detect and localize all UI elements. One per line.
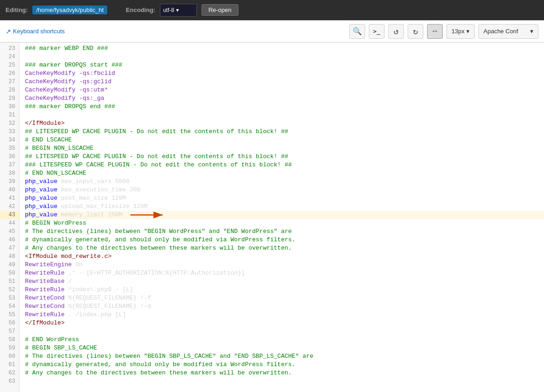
line-number: 29	[0, 94, 19, 103]
code-content: php_value max_input_vars 5000	[25, 178, 129, 186]
line-number: 36	[0, 153, 19, 161]
line-number: 44	[0, 219, 19, 227]
line-number: 49	[0, 261, 19, 269]
code-line: ### marker WEBP END ###	[25, 44, 544, 53]
line-number: 55	[0, 311, 19, 319]
code-content: php_value post_max_size 128M	[25, 194, 126, 202]
line-number: 63	[0, 377, 19, 386]
line-number: 53	[0, 294, 19, 302]
code-line: php_value max_input_vars 5000	[25, 178, 544, 186]
code-content: # The directives (lines) between "BEGIN …	[25, 352, 313, 361]
code-line: RewriteCond %{REQUEST_FILENAME} !-f	[25, 294, 544, 302]
code-content: ### marker WEBP END ###	[25, 44, 108, 53]
undo-icon: ↺	[393, 26, 398, 37]
code-line: ### marker DROPQS end ###	[25, 103, 544, 111]
code-line: # The directives (lines) between "BEGIN …	[25, 227, 544, 236]
code-content: ### LITESPEED WP CACHE PLUGIN - Do not e…	[25, 161, 292, 169]
line-number: 37	[0, 161, 19, 169]
font-size-chevron: ▾	[466, 28, 470, 35]
code-line: RewriteEngine On	[25, 261, 544, 269]
code-line	[25, 377, 544, 386]
file-path: /home/fysadvyk/public_ht	[32, 6, 107, 14]
code-line	[25, 53, 544, 61]
code-line: RewriteRule .* - [E=HTTP_AUTHORIZATION:%…	[25, 269, 544, 277]
code-content: # BEGIN WordPress	[25, 219, 86, 227]
code-line: # BEGIN SBP_LS_CACHE	[25, 344, 544, 352]
code-line	[25, 327, 544, 336]
code-line: # dynamically generated, and should only…	[25, 236, 544, 244]
language-chevron: ▾	[530, 28, 533, 35]
code-content: CacheKeyModify -qs:_ga	[25, 94, 104, 103]
code-content: RewriteRule .* - [E=HTTP_AUTHORIZATION:%…	[25, 269, 245, 277]
line-number: 42	[0, 202, 19, 211]
line-number: 50	[0, 269, 19, 277]
code-content: RewriteCond %{REQUEST_FILENAME} !-f	[25, 294, 151, 302]
line-number: 35	[0, 144, 19, 153]
code-line: # BEGIN WordPress	[25, 219, 544, 227]
code-line: ### LITESPEED WP CACHE PLUGIN - Do not e…	[25, 161, 544, 169]
line-number: 39	[0, 178, 19, 186]
line-number: 46	[0, 236, 19, 244]
code-content: php_value max_execution_time 300	[25, 186, 141, 194]
code-line: RewriteBase /	[25, 277, 544, 286]
redo-button[interactable]: ↻	[408, 24, 423, 39]
line-number: 62	[0, 369, 19, 377]
language-selector[interactable]: Apache Conf ▾	[478, 24, 538, 39]
line-number: 45	[0, 227, 19, 236]
editor-container: 2324252627282930313233343536373839404142…	[0, 43, 544, 392]
code-line: # END WordPress	[25, 336, 544, 344]
line-number: 25	[0, 61, 19, 69]
code-content: CacheKeyModify -qs:utm*	[25, 86, 108, 94]
terminal-button[interactable]: >_	[369, 24, 385, 39]
code-content: # BEGIN NON_LSCACHE	[25, 144, 93, 153]
code-line: CacheKeyModify -qs:utm*	[25, 86, 544, 94]
search-icon: 🔍	[353, 27, 362, 36]
line-number: 41	[0, 194, 19, 202]
line-number: 33	[0, 128, 19, 136]
line-numbers: 2324252627282930313233343536373839404142…	[0, 43, 19, 392]
encoding-value: utf-8	[163, 7, 174, 13]
code-content: # BEGIN SBP_LS_CACHE	[25, 344, 97, 352]
line-number: 28	[0, 86, 19, 94]
code-line: ## LITESPEED WP CACHE PLUGIN - Do not ed…	[25, 128, 544, 136]
code-content: # dynamically generated, and should only…	[25, 236, 295, 244]
line-number: 52	[0, 286, 19, 294]
code-content: RewriteRule ^index\.php$ - [L]	[25, 286, 133, 294]
search-button[interactable]: 🔍	[349, 24, 365, 39]
code-line: CacheKeyModify -qs:gclid	[25, 78, 544, 86]
arrow-annotation	[128, 210, 170, 220]
keyboard-shortcuts-label: Keyboard shortcuts	[13, 28, 65, 35]
wrap-icon: ↔	[433, 27, 437, 36]
code-content: # END NON_LSCACHE	[25, 169, 86, 178]
line-number: 59	[0, 344, 19, 352]
line-number: 34	[0, 136, 19, 144]
arrow-svg	[128, 210, 170, 220]
code-content: # END WordPress	[25, 336, 79, 344]
keyboard-shortcuts-link[interactable]: ↗ Keyboard shortcuts	[6, 28, 65, 35]
code-line: # The directives (lines) between "BEGIN …	[25, 352, 544, 361]
code-content: # END LSCACHE	[25, 136, 72, 144]
code-line: RewriteRule . /index.php [L]	[25, 311, 544, 319]
line-number: 60	[0, 352, 19, 361]
wrap-button[interactable]: ↔	[427, 24, 443, 39]
line-number: 47	[0, 244, 19, 252]
font-size-selector[interactable]: 13px ▾	[446, 24, 475, 39]
code-line: CacheKeyModify -qs:_ga	[25, 94, 544, 103]
line-number: 26	[0, 69, 19, 78]
encoding-selector[interactable]: utf-8 ▾	[160, 4, 197, 17]
line-number: 31	[0, 111, 19, 119]
code-content: # Any changes to the directives between …	[25, 369, 292, 377]
reopen-button[interactable]: Re-open	[202, 4, 238, 16]
code-content: ### marker DROPQS end ###	[25, 103, 115, 111]
encoding-label: Encoding:	[126, 6, 155, 13]
line-number: 38	[0, 169, 19, 178]
code-line: php_value memory_limit 256M	[25, 211, 544, 219]
code-line: </IfModule>	[25, 119, 544, 128]
code-line	[25, 111, 544, 119]
code-line: </IfModule>	[25, 319, 544, 327]
code-line: php_value max_execution_time 300	[25, 186, 544, 194]
code-content: RewriteCond %{REQUEST_FILENAME} !-d	[25, 302, 151, 311]
code-content: RewriteRule . /index.php [L]	[25, 311, 126, 319]
undo-button[interactable]: ↺	[388, 24, 404, 39]
code-area[interactable]: ### marker WEBP END ###### marker DROPQS…	[19, 43, 544, 392]
